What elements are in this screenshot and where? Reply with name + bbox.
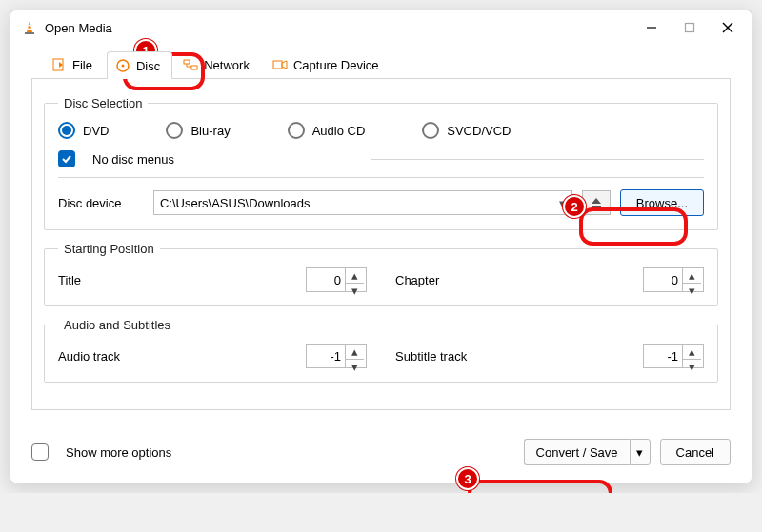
starting-position-group: Starting Position Title ▴▾ Chapter ▴▾ (44, 242, 718, 306)
disc-device-label: Disc device (58, 196, 144, 210)
chevron-down-icon: ▾ (636, 445, 643, 460)
tab-disc[interactable]: Disc (107, 51, 172, 79)
disc-panel: Disc Selection DVD Blu-ray Audio CD (31, 79, 731, 410)
radio-audiocd[interactable]: Audio CD (288, 122, 366, 139)
tab-capture-label: Capture Device (293, 58, 379, 72)
file-icon (51, 57, 67, 72)
tab-file[interactable]: File (43, 50, 105, 78)
tab-file-label: File (72, 58, 92, 72)
title-value[interactable] (307, 268, 345, 291)
vlc-cone-icon (22, 20, 37, 35)
open-media-window: Open Media File Disc Network Captu (10, 10, 752, 483)
disc-selection-group: Disc Selection DVD Blu-ray Audio CD (44, 96, 718, 230)
spin-down-icon[interactable]: ▾ (346, 360, 364, 374)
checkbox-icon (31, 443, 49, 461)
disc-icon (115, 58, 130, 73)
svg-rect-3 (28, 29, 32, 30)
chapter-value[interactable] (644, 268, 682, 291)
svg-point-11 (121, 65, 124, 68)
svg-marker-15 (282, 61, 287, 69)
radio-audiocd-label: Audio CD (312, 124, 366, 138)
radio-indicator-icon (422, 122, 439, 139)
disc-selection-legend: Disc Selection (58, 96, 148, 110)
tab-capture[interactable]: Capture Device (264, 50, 391, 78)
spin-up-icon[interactable]: ▴ (346, 345, 364, 360)
svg-marker-16 (592, 198, 601, 204)
titlebar: Open Media (10, 10, 752, 45)
close-button[interactable] (719, 19, 736, 36)
disc-device-value: C:\Users\ASUS\Downloads (160, 196, 311, 210)
convert-save-button[interactable]: Convert / Save ▾ (524, 439, 651, 465)
svg-rect-12 (184, 60, 190, 64)
show-more-label: Show more options (66, 445, 171, 460)
checkmark-icon (58, 150, 75, 167)
audio-track-spinner[interactable]: ▴▾ (306, 344, 367, 368)
spin-up-icon[interactable]: ▴ (346, 268, 364, 284)
radio-indicator-icon (166, 122, 183, 139)
window-title: Open Media (45, 21, 643, 35)
svg-rect-13 (191, 66, 197, 69)
radio-indicator-icon (288, 122, 305, 139)
svg-rect-5 (686, 24, 694, 32)
capture-icon (272, 57, 288, 72)
cancel-button[interactable]: Cancel (660, 439, 731, 465)
footer: Show more options Convert / Save ▾ Cance… (10, 427, 752, 483)
eject-button[interactable] (582, 190, 611, 215)
maximize-button[interactable] (681, 19, 698, 36)
disc-device-combo[interactable]: C:\Users\ASUS\Downloads ▾ (153, 190, 572, 215)
svg-rect-17 (592, 206, 601, 207)
convert-save-label: Convert / Save (536, 445, 618, 460)
show-more-options-checkbox[interactable]: Show more options (31, 443, 171, 461)
radio-dvd-label: DVD (83, 124, 109, 138)
subtitle-track-label: Subtitle track (395, 349, 643, 364)
audio-track-value[interactable] (307, 345, 345, 367)
no-disc-menus-label: No disc menus (92, 152, 174, 167)
svg-marker-0 (27, 21, 32, 32)
eject-icon (590, 196, 603, 209)
audio-subtitles-legend: Audio and Subtitles (58, 318, 176, 332)
svg-rect-1 (25, 32, 34, 34)
radio-indicator-icon (58, 122, 75, 139)
svg-rect-14 (273, 61, 282, 69)
chevron-down-icon: ▾ (559, 196, 566, 210)
chapter-label: Chapter (395, 273, 643, 287)
radio-bluray[interactable]: Blu-ray (166, 122, 230, 139)
spin-down-icon[interactable]: ▾ (346, 284, 364, 298)
network-icon (183, 57, 198, 72)
tab-network[interactable]: Network (174, 50, 262, 78)
tab-network-label: Network (204, 58, 250, 72)
starting-position-legend: Starting Position (58, 242, 160, 256)
spin-up-icon[interactable]: ▴ (683, 268, 701, 284)
audio-subtitles-group: Audio and Subtitles Audio track ▴▾ Subti… (44, 318, 718, 383)
radio-svcd-label: SVCD/VCD (447, 124, 511, 138)
title-label: Title (58, 273, 306, 287)
convert-save-dropdown[interactable]: ▾ (630, 439, 651, 465)
radio-bluray-label: Blu-ray (190, 124, 230, 138)
title-spinner[interactable]: ▴▾ (306, 267, 367, 292)
radio-dvd[interactable]: DVD (58, 122, 109, 139)
subtitle-track-spinner[interactable]: ▴▾ (643, 344, 704, 368)
browse-button[interactable]: Browse... (620, 189, 704, 216)
audio-track-label: Audio track (58, 349, 306, 364)
radio-svcd[interactable]: SVCD/VCD (422, 122, 511, 139)
subtitle-track-value[interactable] (644, 345, 682, 367)
tab-disc-label: Disc (136, 59, 160, 73)
spin-down-icon[interactable]: ▾ (683, 360, 701, 374)
minimize-button[interactable] (643, 19, 660, 36)
svg-rect-2 (28, 25, 31, 26)
no-disc-menus-checkbox[interactable]: No disc menus (58, 150, 174, 167)
spin-up-icon[interactable]: ▴ (683, 345, 701, 360)
tabs: File Disc Network Capture Device (31, 50, 731, 79)
cancel-label: Cancel (676, 445, 714, 460)
chapter-spinner[interactable]: ▴▾ (643, 267, 704, 292)
browse-label: Browse... (636, 196, 688, 210)
spin-down-icon[interactable]: ▾ (683, 284, 701, 298)
